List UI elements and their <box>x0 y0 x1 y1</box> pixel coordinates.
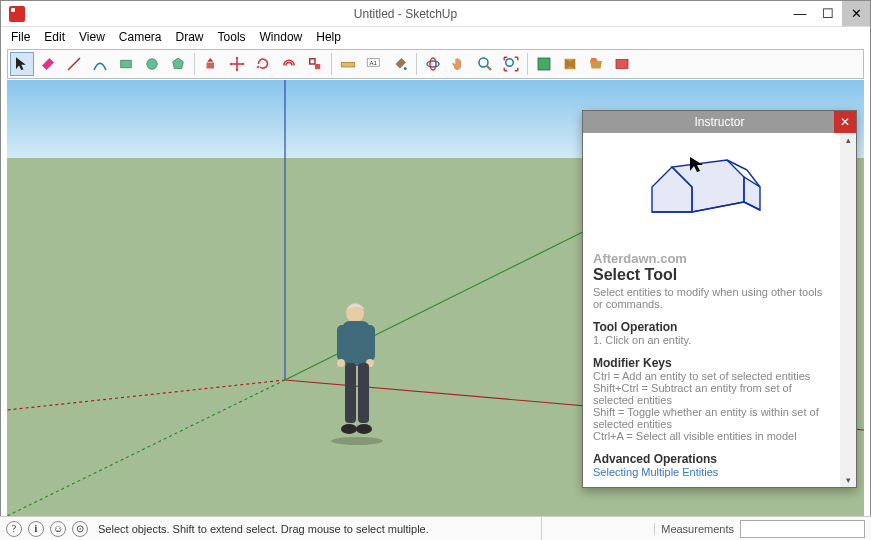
instructor-mod1: Ctrl = Add an entity to set of selected … <box>593 370 830 382</box>
menu-file[interactable]: File <box>5 28 36 46</box>
instructor-scrollbar[interactable]: ▴ ▾ <box>840 133 856 487</box>
instructor-mod2: Shift+Ctrl = Subtract an entity from set… <box>593 382 830 406</box>
menu-camera[interactable]: Camera <box>113 28 168 46</box>
instructor-operation-text: 1. Click on an entity. <box>593 334 830 346</box>
instructor-mod4: Ctrl+A = Select all visible entities in … <box>593 430 830 442</box>
app-icon <box>9 6 25 22</box>
circle-tool-icon[interactable] <box>140 52 164 76</box>
pan-tool-icon[interactable] <box>447 52 471 76</box>
instructor-brand: Afterdawn.com <box>593 251 830 266</box>
svg-rect-4 <box>310 59 315 64</box>
status-hint: Select objects. Shift to extend select. … <box>98 523 429 535</box>
zoom-tool-icon[interactable] <box>473 52 497 76</box>
menu-edit[interactable]: Edit <box>38 28 71 46</box>
svg-point-33 <box>356 424 372 434</box>
svg-point-9 <box>404 67 407 70</box>
svg-marker-2 <box>173 58 184 69</box>
statusbar: ? i ☺ ⊙ Select objects. Shift to extend … <box>0 516 871 540</box>
instructor-title-label: Instructor <box>694 115 744 129</box>
instructor-modifier-heading: Modifier Keys <box>593 356 830 370</box>
svg-point-28 <box>337 359 345 367</box>
svg-rect-15 <box>538 58 550 70</box>
eraser-tool-icon[interactable] <box>36 52 60 76</box>
instructor-title[interactable]: Instructor ✕ <box>583 111 856 133</box>
minimize-button[interactable]: — <box>786 1 814 26</box>
scroll-up-icon[interactable]: ▴ <box>846 133 851 147</box>
component-icon[interactable] <box>558 52 582 76</box>
orbit-tool-icon[interactable] <box>421 52 445 76</box>
instructor-adv-link[interactable]: Selecting Multiple Entities <box>593 466 830 478</box>
scale-tool-icon[interactable] <box>303 52 327 76</box>
status-geo-icon[interactable]: ⊙ <box>72 521 88 537</box>
rectangle-tool-icon[interactable] <box>114 52 138 76</box>
toolbar: A1 <box>7 49 864 79</box>
window-controls: — ☐ ✕ <box>786 1 870 26</box>
status-info-icon[interactable]: ? <box>6 521 22 537</box>
instructor-tool-title: Select Tool <box>593 266 830 284</box>
instructor-operation-heading: Tool Operation <box>593 320 830 334</box>
menu-window[interactable]: Window <box>254 28 309 46</box>
toolbar-separator <box>194 53 195 75</box>
instructor-tool-desc: Select entities to modify when using oth… <box>593 286 830 310</box>
svg-point-11 <box>430 58 436 70</box>
svg-point-14 <box>506 59 514 67</box>
maximize-button[interactable]: ☐ <box>814 1 842 26</box>
svg-marker-37 <box>744 177 760 210</box>
zoom-extents-tool-icon[interactable] <box>499 52 523 76</box>
svg-rect-3 <box>207 63 215 69</box>
svg-rect-16 <box>616 60 628 69</box>
scroll-down-icon[interactable]: ▾ <box>846 473 851 487</box>
menubar: File Edit View Camera Draw Tools Window … <box>1 27 870 47</box>
extension-icon[interactable] <box>610 52 634 76</box>
tape-measure-tool-icon[interactable] <box>336 52 360 76</box>
paint-bucket-tool-icon[interactable] <box>388 52 412 76</box>
svg-rect-0 <box>121 60 132 68</box>
close-button[interactable]: ✕ <box>842 1 870 26</box>
instructor-panel: Instructor ✕ <box>582 110 857 488</box>
svg-rect-5 <box>315 64 320 69</box>
line-tool-icon[interactable] <box>62 52 86 76</box>
toolbar-separator <box>416 53 417 75</box>
toolbar-separator <box>527 53 528 75</box>
offset-tool-icon[interactable] <box>277 52 301 76</box>
measurements-input[interactable] <box>740 520 865 538</box>
component-open-icon[interactable] <box>584 52 608 76</box>
warehouse-icon[interactable] <box>532 52 556 76</box>
svg-point-1 <box>147 59 158 70</box>
menu-help[interactable]: Help <box>310 28 347 46</box>
polygon-tool-icon[interactable] <box>166 52 190 76</box>
svg-rect-30 <box>345 363 356 423</box>
status-help-icon[interactable]: i <box>28 521 44 537</box>
svg-rect-31 <box>358 363 369 423</box>
titlebar: Untitled - SketchUp — ☐ ✕ <box>1 1 870 27</box>
svg-text:A1: A1 <box>370 60 378 66</box>
scale-figure <box>327 301 387 446</box>
pushpull-tool-icon[interactable] <box>199 52 223 76</box>
menu-tools[interactable]: Tools <box>212 28 252 46</box>
svg-rect-27 <box>365 325 375 361</box>
toolbar-separator <box>331 53 332 75</box>
instructor-mod3: Shift = Toggle whether an entity is with… <box>593 406 830 430</box>
measurements-label: Measurements <box>654 523 740 535</box>
menu-view[interactable]: View <box>73 28 111 46</box>
instructor-advanced-heading: Advanced Operations <box>593 452 830 466</box>
arc-tool-icon[interactable] <box>88 52 112 76</box>
instructor-close-button[interactable]: ✕ <box>834 111 856 133</box>
move-tool-icon[interactable] <box>225 52 249 76</box>
instructor-content: Afterdawn.com Select Tool Select entitie… <box>583 133 840 487</box>
svg-rect-6 <box>341 63 355 68</box>
instructor-diagram <box>593 137 830 247</box>
rotate-tool-icon[interactable] <box>251 52 275 76</box>
select-tool-icon[interactable] <box>10 52 34 76</box>
status-user-icon[interactable]: ☺ <box>50 521 66 537</box>
svg-point-10 <box>427 61 439 67</box>
svg-line-13 <box>487 66 491 70</box>
svg-point-34 <box>331 437 383 445</box>
text-tool-icon[interactable]: A1 <box>362 52 386 76</box>
svg-point-32 <box>341 424 357 434</box>
menu-draw[interactable]: Draw <box>170 28 210 46</box>
window-title: Untitled - SketchUp <box>25 7 786 21</box>
svg-point-12 <box>479 58 488 67</box>
svg-rect-26 <box>337 325 347 361</box>
